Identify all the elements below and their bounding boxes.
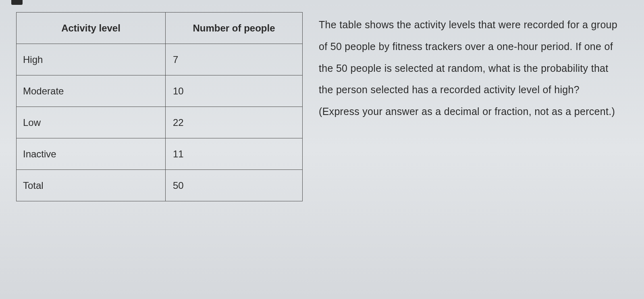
question-text: The table shows the activity levels that…	[319, 12, 628, 201]
cell-activity-label: Total	[17, 170, 166, 201]
cell-activity-value: 22	[166, 107, 303, 138]
table-header-row: Activity level Number of people	[17, 13, 303, 44]
activity-level-table: Activity level Number of people High 7 M…	[16, 12, 303, 201]
header-activity-level: Activity level	[17, 13, 166, 44]
header-number-of-people: Number of people	[166, 13, 303, 44]
table-section: Activity level Number of people High 7 M…	[16, 12, 303, 201]
question-number-marker	[11, 0, 23, 5]
cell-activity-value: 50	[166, 170, 303, 201]
table-row: Inactive 11	[17, 138, 303, 170]
table-row: High 7	[17, 44, 303, 75]
cell-activity-value: 10	[166, 75, 303, 107]
table-row: Low 22	[17, 107, 303, 138]
cell-activity-label: Inactive	[17, 138, 166, 170]
table-row: Total 50	[17, 170, 303, 201]
cell-activity-label: High	[17, 44, 166, 75]
content-container: Activity level Number of people High 7 M…	[0, 0, 644, 213]
cell-activity-label: Moderate	[17, 75, 166, 107]
cell-activity-label: Low	[17, 107, 166, 138]
table-row: Moderate 10	[17, 75, 303, 107]
cell-activity-value: 11	[166, 138, 303, 170]
cell-activity-value: 7	[166, 44, 303, 75]
